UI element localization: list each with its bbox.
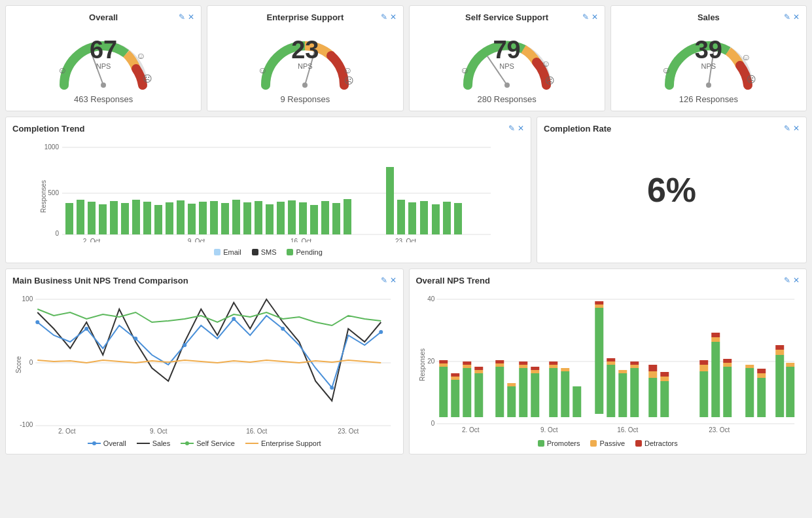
svg-rect-109 <box>495 363 504 367</box>
svg-text:16. Oct: 16. Oct <box>246 428 267 434</box>
svg-rect-113 <box>519 368 527 417</box>
svg-rect-50 <box>321 201 329 234</box>
legend-pending: Pending <box>287 248 322 256</box>
svg-rect-149 <box>723 363 732 367</box>
svg-rect-118 <box>531 367 539 370</box>
legend-promoters: Promoters <box>538 439 580 447</box>
svg-text:2. Oct: 2. Oct <box>83 238 101 242</box>
svg-text:9. Oct: 9. Oct <box>150 428 168 434</box>
svg-rect-138 <box>648 365 657 371</box>
completion-rate-edit-icon[interactable]: ✎ <box>784 124 790 133</box>
svg-rect-119 <box>549 368 557 417</box>
svg-rect-42 <box>232 200 240 234</box>
completion-trend-title: Completion Trend <box>12 124 524 134</box>
svg-rect-96 <box>439 367 448 417</box>
selfservice-close-icon[interactable]: ✕ <box>591 12 598 22</box>
enterprise-responses: 9 Responses <box>214 94 396 104</box>
svg-rect-121 <box>549 361 557 365</box>
overall-nps-trend-card: Overall NPS Trend ✎ ✕ 40 20 0 Responses <box>409 268 807 454</box>
selfservice-edit-icon[interactable]: ✎ <box>582 12 589 22</box>
enterprise-card-icons: ✎ ✕ <box>381 12 397 22</box>
svg-rect-141 <box>660 372 669 377</box>
svg-rect-52 <box>344 199 351 234</box>
svg-rect-55 <box>408 202 416 234</box>
completion-rate-title: Completion Rate <box>544 124 611 134</box>
svg-rect-123 <box>561 368 569 371</box>
legend-promoters-color <box>538 440 544 447</box>
completion-trend-legend: Email SMS Pending <box>12 248 524 256</box>
svg-rect-114 <box>519 365 527 368</box>
nps-trend-close-icon[interactable]: ✕ <box>390 276 397 285</box>
nps-trend-legend: Overall Sales Self Service Enterprise Su… <box>12 439 397 447</box>
svg-rect-135 <box>630 361 639 365</box>
completion-trend-close-icon[interactable]: ✕ <box>518 124 524 133</box>
enterprise-title: Enterprise Support <box>214 12 396 22</box>
svg-text:0: 0 <box>431 420 434 427</box>
svg-rect-59 <box>454 203 462 234</box>
svg-rect-143 <box>699 365 708 371</box>
svg-point-87 <box>185 441 189 445</box>
sales-card: Sales ✎ ✕ ☺ ☺ ☹ <box>610 5 807 111</box>
svg-rect-142 <box>699 371 708 417</box>
svg-rect-148 <box>723 367 732 417</box>
svg-rect-124 <box>573 386 581 417</box>
selfservice-card: Self Service Support ✎ ✕ ☺ ☺ ☹ <box>409 5 605 111</box>
sales-nps-value: 39 <box>695 37 722 62</box>
legend-pending-color <box>287 249 293 255</box>
legend-email-color <box>214 249 221 255</box>
legend-enterprise: Enterprise Support <box>245 439 321 447</box>
selfservice-responses: 280 Responses <box>416 94 598 104</box>
svg-rect-49 <box>310 205 318 234</box>
legend-enterprise-label: Enterprise Support <box>261 439 321 447</box>
overall-card: Overall ✎ ✕ <box>5 5 202 111</box>
overall-nps-trend-close-icon[interactable]: ✕ <box>793 276 800 285</box>
enterprise-close-icon[interactable]: ✕ <box>390 12 397 22</box>
svg-rect-110 <box>495 360 504 363</box>
svg-rect-127 <box>595 301 603 305</box>
svg-rect-32 <box>121 203 129 234</box>
legend-detractors: Detractors <box>635 439 678 447</box>
overall-close-icon[interactable]: ✕ <box>188 12 194 22</box>
svg-rect-56 <box>420 201 428 234</box>
dashboard: Overall ✎ ✕ <box>0 0 812 460</box>
svg-rect-122 <box>561 371 569 417</box>
svg-rect-132 <box>618 370 627 373</box>
completion-trend-edit-icon[interactable]: ✎ <box>508 124 515 133</box>
svg-rect-115 <box>519 361 527 365</box>
svg-text:40: 40 <box>427 295 435 303</box>
svg-text:Responses: Responses <box>419 348 426 381</box>
overall-nps-trend-icons: ✎ ✕ <box>784 276 800 285</box>
overall-edit-icon[interactable]: ✎ <box>179 12 185 22</box>
svg-rect-155 <box>757 369 766 373</box>
svg-rect-35 <box>154 205 162 234</box>
svg-rect-103 <box>463 365 471 368</box>
legend-passive-color <box>590 440 597 447</box>
svg-point-71 <box>35 320 39 324</box>
sales-edit-icon[interactable]: ✎ <box>784 12 790 22</box>
svg-text:0: 0 <box>55 230 59 237</box>
svg-text:500: 500 <box>48 189 59 196</box>
enterprise-edit-icon[interactable]: ✎ <box>381 12 387 22</box>
svg-rect-147 <box>711 333 720 337</box>
svg-rect-48 <box>299 202 307 234</box>
legend-passive: Passive <box>590 439 625 447</box>
svg-rect-160 <box>786 363 794 367</box>
svg-rect-97 <box>439 363 448 367</box>
svg-rect-45 <box>266 204 274 234</box>
legend-sales: Sales <box>137 439 171 447</box>
sales-close-icon[interactable]: ✕ <box>793 12 800 22</box>
enterprise-card: Enterprise Support ✎ ✕ ☺ ☺ ☹ <box>207 5 403 111</box>
svg-rect-159 <box>786 367 794 417</box>
svg-text:☺: ☺ <box>136 50 145 61</box>
overall-nps-trend-edit-icon[interactable]: ✎ <box>784 276 790 285</box>
selfservice-gauge: ☺ ☺ ☹ 79 NPS <box>455 26 559 92</box>
legend-promoters-label: Promoters <box>547 439 580 447</box>
completion-rate-close-icon[interactable]: ✕ <box>793 124 800 133</box>
legend-selfservice: Self Service <box>181 439 235 447</box>
svg-rect-139 <box>660 381 669 417</box>
svg-rect-151 <box>745 368 754 417</box>
svg-point-75 <box>232 317 236 321</box>
nps-trend-edit-icon[interactable]: ✎ <box>381 276 387 285</box>
svg-rect-134 <box>630 365 639 368</box>
svg-rect-158 <box>775 345 784 350</box>
